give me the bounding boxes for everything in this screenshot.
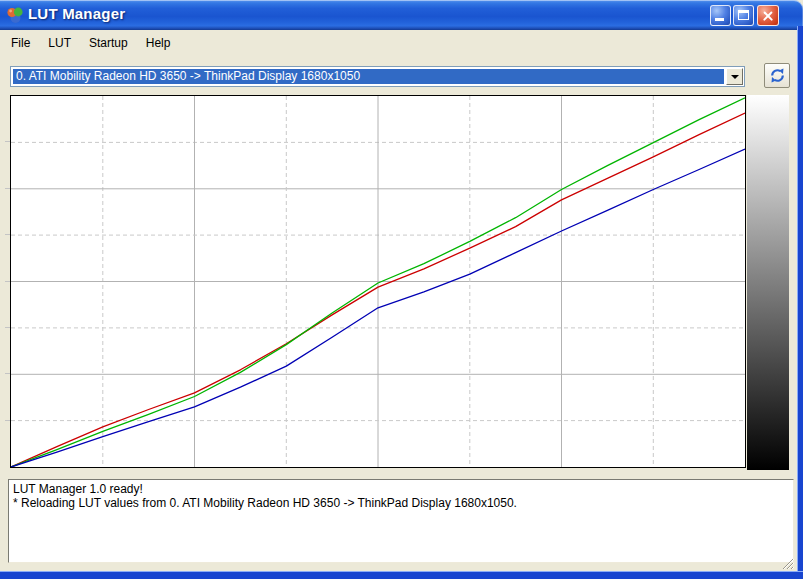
minimize-button[interactable]: [710, 5, 731, 26]
menu-file[interactable]: File: [2, 33, 39, 53]
menu-startup[interactable]: Startup: [80, 33, 137, 53]
device-dropdown-arrow-button[interactable]: [726, 68, 743, 85]
menu-lut[interactable]: LUT: [39, 33, 80, 53]
titlebar[interactable]: LUT Manager: [0, 0, 803, 30]
refresh-arrows-icon: [769, 67, 786, 84]
close-button[interactable]: [757, 5, 779, 26]
chevron-down-icon: [731, 75, 739, 79]
maximize-button[interactable]: [733, 5, 754, 26]
resize-grip[interactable]: [779, 554, 795, 570]
minimize-icon: [715, 18, 724, 21]
grayscale-gradient-bar: [747, 95, 789, 470]
menu-help[interactable]: Help: [137, 33, 180, 53]
log-output[interactable]: LUT Manager 1.0 ready! * Reloading LUT v…: [8, 479, 794, 563]
device-dropdown-value: 0. ATI Mobility Radeon HD 3650 -> ThinkP…: [13, 69, 724, 84]
menubar: File LUT Startup Help: [0, 30, 795, 55]
lut-chart: [11, 96, 745, 467]
status-line: * Reloading LUT values from 0. ATI Mobil…: [13, 497, 789, 511]
maximize-icon: [738, 10, 749, 20]
window-bottom-border: [0, 571, 803, 579]
lut-plot-area: [10, 95, 746, 468]
window-title: LUT Manager: [28, 5, 125, 22]
window-right-border: [797, 26, 803, 579]
app-icon: [6, 6, 24, 24]
refresh-button[interactable]: [764, 63, 790, 88]
device-dropdown[interactable]: 0. ATI Mobility Radeon HD 3650 -> ThinkP…: [10, 66, 745, 87]
status-line: LUT Manager 1.0 ready!: [13, 483, 789, 497]
lut-manager-window: LUT Manager File LUT Startup Help 0. ATI…: [0, 0, 803, 579]
